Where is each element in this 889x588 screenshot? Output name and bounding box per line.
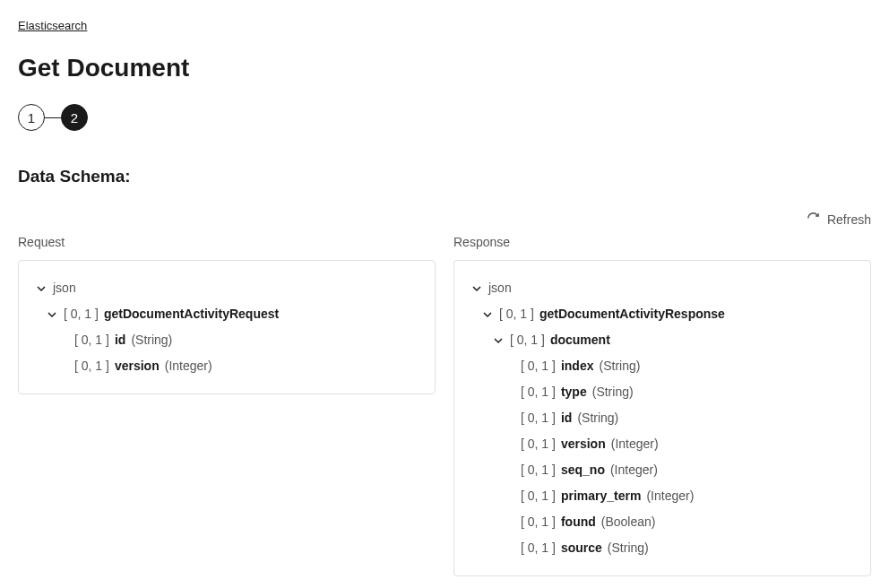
page-title: Get Document <box>18 54 871 82</box>
property-name: document <box>550 331 610 350</box>
tree-row-json[interactable]: json <box>35 275 419 301</box>
property-name: found <box>561 513 596 532</box>
tree-row-field[interactable]: [ 0, 1 ]id(String) <box>470 405 854 431</box>
cardinality-label: [ 0, 1 ] <box>510 331 545 350</box>
tree-row-field[interactable]: [ 0, 1 ]version(Integer) <box>35 353 419 379</box>
response-heading: Response <box>453 235 871 249</box>
chevron-down-icon[interactable] <box>35 282 47 295</box>
property-type: (String) <box>592 383 634 402</box>
tree-row-json[interactable]: json <box>470 275 854 301</box>
chevron-down-icon[interactable] <box>470 282 483 295</box>
cardinality-label: [ 0, 1 ] <box>499 305 534 324</box>
refresh-button[interactable]: Refresh <box>18 212 871 228</box>
property-name: getDocumentActivityResponse <box>539 305 725 324</box>
request-heading: Request <box>18 235 436 249</box>
property-name: source <box>561 539 602 558</box>
tree-row-field[interactable]: [ 0, 1 ]type(String) <box>470 379 854 405</box>
tree-row-field[interactable]: [ 0, 1 ]seq_no(Integer) <box>470 457 854 483</box>
request-schema-box: json [ 0, 1 ] getDocumentActivityRequest… <box>18 260 436 394</box>
tree-row-request-root[interactable]: [ 0, 1 ] getDocumentActivityRequest <box>35 301 419 327</box>
property-type: (String) <box>608 539 649 558</box>
step-connector <box>45 117 61 118</box>
section-heading: Data Schema: <box>18 167 871 186</box>
cardinality-label: [ 0, 1 ] <box>74 357 109 376</box>
cardinality-label: [ 0, 1 ] <box>521 409 556 428</box>
property-type: (Integer) <box>610 461 658 480</box>
step-2[interactable]: 2 <box>61 104 88 131</box>
cardinality-label: [ 0, 1 ] <box>521 487 556 506</box>
chevron-down-icon[interactable] <box>481 308 494 321</box>
response-column: Response json [ 0, 1 ] getDocumentActivi… <box>453 235 871 576</box>
refresh-icon <box>807 212 820 228</box>
tree-row-document[interactable]: [ 0, 1 ] document <box>470 327 854 353</box>
property-type: (String) <box>600 357 641 376</box>
property-name: version <box>115 357 160 376</box>
tree-row-field[interactable]: [ 0, 1 ]id(String) <box>35 327 419 353</box>
breadcrumb-link[interactable]: Elasticsearch <box>18 19 87 32</box>
property-name: getDocumentActivityRequest <box>104 305 279 324</box>
cardinality-label: [ 0, 1 ] <box>521 357 556 376</box>
response-schema-box: json [ 0, 1 ] getDocumentActivityRespons… <box>453 260 871 576</box>
property-type: (Boolean) <box>601 513 656 532</box>
tree-row-field[interactable]: [ 0, 1 ]index(String) <box>470 353 854 379</box>
property-name: id <box>561 409 572 428</box>
request-column: Request json [ 0, 1 ] getDocumentActivit… <box>18 235 436 576</box>
chevron-down-icon[interactable] <box>492 334 505 347</box>
cardinality-label: [ 0, 1 ] <box>521 539 556 558</box>
property-name: index <box>561 357 594 376</box>
json-label: json <box>53 279 76 298</box>
json-label: json <box>488 279 512 298</box>
property-type: (Integer) <box>646 487 694 506</box>
property-name: id <box>115 331 125 350</box>
property-type: (Integer) <box>165 357 212 376</box>
property-type: (String) <box>131 331 172 350</box>
property-name: type <box>561 383 587 402</box>
step-1[interactable]: 1 <box>18 104 45 131</box>
cardinality-label: [ 0, 1 ] <box>521 383 556 402</box>
chevron-down-icon[interactable] <box>46 308 58 321</box>
cardinality-label: [ 0, 1 ] <box>64 305 99 324</box>
property-type: (String) <box>577 409 618 428</box>
cardinality-label: [ 0, 1 ] <box>521 435 556 454</box>
property-name: primary_term <box>561 487 642 506</box>
cardinality-label: [ 0, 1 ] <box>74 331 109 350</box>
tree-row-response-root[interactable]: [ 0, 1 ] getDocumentActivityResponse <box>470 301 854 327</box>
tree-row-field[interactable]: [ 0, 1 ]version(Integer) <box>470 431 854 457</box>
property-name: version <box>561 435 606 454</box>
cardinality-label: [ 0, 1 ] <box>521 461 556 480</box>
property-type: (Integer) <box>611 435 659 454</box>
tree-row-field[interactable]: [ 0, 1 ]source(String) <box>470 535 854 561</box>
tree-row-field[interactable]: [ 0, 1 ]found(Boolean) <box>470 509 854 535</box>
wizard-stepper: 1 2 <box>18 104 871 131</box>
cardinality-label: [ 0, 1 ] <box>521 513 556 532</box>
tree-row-field[interactable]: [ 0, 1 ]primary_term(Integer) <box>470 483 854 509</box>
property-name: seq_no <box>561 461 605 480</box>
refresh-label: Refresh <box>827 212 871 227</box>
